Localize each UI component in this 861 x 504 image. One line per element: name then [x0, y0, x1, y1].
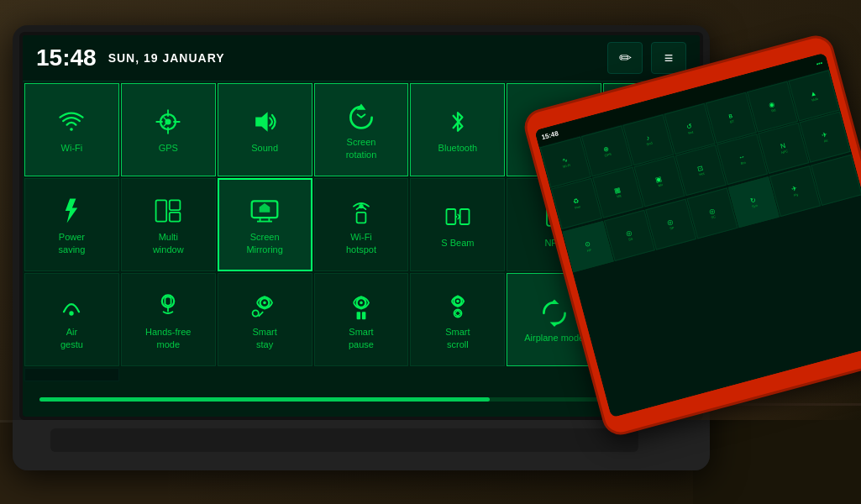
svg-rect-41 — [362, 312, 366, 319]
tile-smart-stay[interactable]: Smartstay — [218, 273, 312, 366]
progress-bar-container — [39, 397, 683, 402]
tile-air-gesture-label: Airgestu — [60, 326, 83, 350]
svg-point-36 — [263, 302, 266, 305]
tile-hotspot-label: Wi-Fihotspot — [346, 231, 376, 255]
svg-marker-46 — [549, 323, 559, 327]
tile-wifi-label: Wi-Fi — [61, 142, 83, 154]
svg-point-37 — [253, 311, 259, 317]
screen-mirroring-icon — [249, 196, 280, 226]
tile-smart-pause-label: Smartpause — [349, 326, 374, 350]
power-saving-icon — [56, 196, 87, 226]
svg-rect-25 — [357, 213, 366, 223]
tile-smart-pause[interactable]: Smartpause — [314, 273, 409, 366]
tile-gps[interactable]: GPS — [121, 83, 216, 176]
time-display: 15:48 — [36, 45, 97, 71]
svg-point-39 — [360, 302, 363, 305]
svg-point-0 — [71, 129, 74, 132]
smart-scroll-icon — [443, 291, 473, 321]
multi-window-icon — [153, 196, 183, 226]
header-bar: 15:48 SUN, 19 JANUARY ✏ ≡ — [23, 35, 700, 81]
progress-bar-fill — [39, 397, 490, 402]
tile-bluetooth-label: Bluetooth — [438, 142, 477, 154]
tile-screen-mirroring[interactable]: ScreenMirroring — [218, 178, 312, 271]
tile-power-saving[interactable]: Powersaving — [24, 178, 119, 271]
tile-air-gesture[interactable]: Airgestu — [24, 273, 119, 366]
tile-wifi[interactable]: Wi-Fi — [24, 83, 119, 176]
edit-icon: ✏ — [619, 49, 632, 67]
tile-multi-window-label: Multiwindow — [153, 231, 184, 255]
tile-smart-stay-label: Smartstay — [252, 326, 276, 350]
svg-rect-19 — [170, 201, 181, 211]
hands-free-icon — [153, 291, 183, 321]
svg-point-32 — [70, 312, 74, 316]
gps-icon — [153, 107, 183, 137]
tile-wifi-hotspot[interactable]: Wi-Fihotspot — [314, 178, 409, 271]
wifi-icon — [56, 107, 87, 137]
svg-rect-18 — [156, 201, 167, 222]
svg-point-43 — [456, 300, 459, 303]
edit-button[interactable]: ✏ — [607, 42, 643, 74]
tile-sync-label: Airplane mode — [524, 332, 584, 344]
header-icons: ✏ ≡ — [607, 42, 686, 74]
tile-mirroring-label: ScreenMirroring — [246, 231, 282, 255]
tile-s-beam-label: S Beam — [441, 237, 474, 249]
sound-icon — [249, 107, 280, 137]
tile-bluetooth[interactable]: Bluetooth — [410, 83, 505, 176]
tile-sound[interactable]: Sound — [218, 83, 312, 176]
tile-sound-label: Sound — [251, 142, 278, 154]
tile-power-saving-label: Powersaving — [59, 231, 86, 255]
hotspot-icon — [346, 196, 376, 226]
menu-button[interactable]: ≡ — [651, 42, 686, 74]
smart-pause-icon — [346, 291, 376, 321]
svg-rect-20 — [170, 213, 181, 222]
svg-marker-45 — [549, 300, 559, 304]
tile-empty — [24, 368, 119, 381]
s-beam-icon — [443, 202, 473, 232]
soundbar — [50, 428, 638, 452]
air-gesture-icon — [56, 291, 87, 321]
tile-multi-window[interactable]: Multiwindow — [121, 178, 216, 271]
tile-screen-rotation[interactable]: Screenrotation — [314, 83, 409, 176]
tile-smart-scroll[interactable]: Smartscroll — [410, 273, 505, 366]
tile-rotation-label: Screenrotation — [346, 136, 377, 160]
sync-icon — [539, 297, 570, 327]
tile-gps-label: GPS — [159, 142, 178, 154]
rotation-icon — [346, 101, 376, 131]
tile-hands-free[interactable]: Hands-freemode — [121, 273, 216, 366]
tile-hands-free-label: Hands-freemode — [145, 326, 191, 350]
date-display: SUN, 19 JANUARY — [108, 51, 607, 65]
tile-smart-scroll-label: Smartscroll — [445, 326, 470, 350]
menu-icon: ≡ — [664, 50, 674, 67]
bluetooth-icon — [443, 107, 473, 137]
svg-rect-27 — [446, 209, 455, 224]
phone-time: 15:48 — [541, 129, 559, 141]
tile-s-beam[interactable]: S Beam — [410, 178, 505, 271]
phone-status-icons: ▪▪▪ — [816, 60, 823, 67]
smart-stay-icon — [249, 291, 280, 321]
svg-rect-28 — [460, 209, 470, 224]
svg-marker-7 — [255, 113, 267, 132]
svg-rect-40 — [357, 312, 361, 319]
